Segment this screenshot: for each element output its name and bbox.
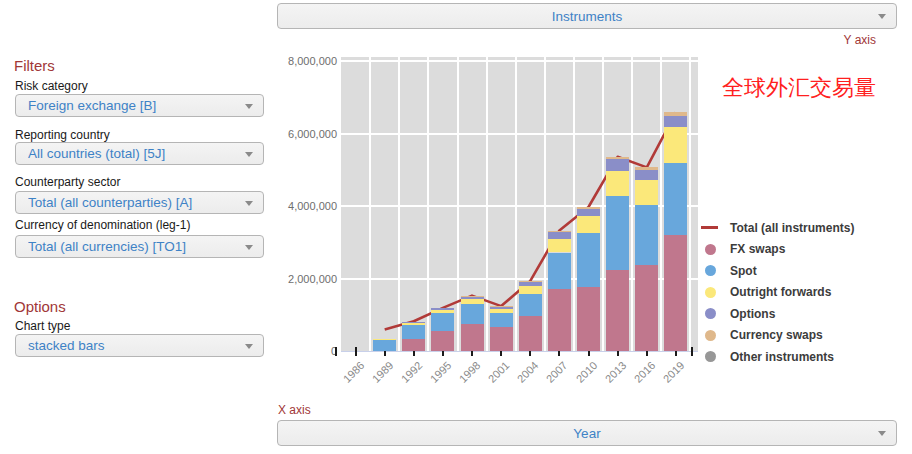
legend-label: Options bbox=[730, 307, 775, 321]
bar-segment-outright-forwards-2016 bbox=[635, 180, 658, 205]
bar-segment-outright-forwards-1989 bbox=[373, 339, 396, 340]
bar-segment-currency-swaps-2010 bbox=[577, 207, 600, 209]
bar-segment-spot-2010 bbox=[577, 233, 600, 287]
y-tick-label: 4,000,000 bbox=[230, 199, 337, 213]
bar-segment-fx-swaps-2001 bbox=[490, 327, 513, 351]
legend-label: Outright forwards bbox=[730, 285, 831, 299]
chevron-down-icon bbox=[878, 431, 886, 436]
currency-denomination-value: Total (all currencies) [TO1] bbox=[28, 236, 239, 257]
bar-segment-spot-2019 bbox=[664, 163, 687, 235]
bar-segment-spot-1998 bbox=[461, 304, 484, 325]
reporting-country-label: Reporting country bbox=[15, 128, 110, 142]
legend-dot-marker bbox=[705, 330, 716, 341]
bar-segment-options-1998 bbox=[461, 296, 484, 299]
chevron-down-icon bbox=[245, 245, 253, 250]
filters-heading: Filters bbox=[14, 57, 55, 74]
risk-category-label: Risk category bbox=[15, 79, 88, 93]
year-dropdown[interactable]: Year bbox=[277, 420, 897, 446]
currency-denomination-dropdown[interactable]: Total (all currencies) [TO1] bbox=[15, 235, 264, 258]
bar-segment-spot-2004 bbox=[519, 294, 542, 317]
bar-segment-options-2010 bbox=[577, 209, 600, 217]
x-tick bbox=[355, 347, 357, 356]
x-axis-label: X axis bbox=[278, 403, 311, 417]
legend-item-spot: Spot bbox=[701, 264, 854, 277]
bar-segment-fx-swaps-1992 bbox=[402, 339, 425, 351]
y-tick-label: 0 bbox=[230, 344, 337, 358]
instruments-dropdown-value: Instruments bbox=[302, 4, 872, 28]
bar-segment-outright-forwards-2007 bbox=[548, 239, 571, 252]
legend-item-other-instruments: Other instruments bbox=[701, 350, 854, 363]
y-tick-label: 2,000,000 bbox=[230, 272, 337, 286]
currency-denomination-label: Currency of denomination (leg-1) bbox=[15, 218, 190, 232]
bar-segment-fx-swaps-1995 bbox=[431, 331, 454, 351]
chevron-down-icon bbox=[245, 104, 253, 109]
legend-dot-marker bbox=[705, 308, 716, 319]
risk-category-value: Foreign exchange [B] bbox=[28, 95, 239, 116]
bar-segment-currency-swaps-2019 bbox=[664, 112, 687, 116]
bar-segment-options-2007 bbox=[548, 232, 571, 240]
legend-label: Currency swaps bbox=[730, 328, 823, 342]
bar-segment-fx-swaps-2013 bbox=[606, 270, 629, 351]
y-tick-label: 8,000,000 bbox=[230, 54, 337, 68]
bar-segment-fx-swaps-1998 bbox=[461, 324, 484, 351]
bar-segment-fx-swaps-2019 bbox=[664, 235, 687, 351]
legend-dot-marker bbox=[705, 351, 716, 362]
bar-segment-spot-2013 bbox=[606, 196, 629, 270]
legend-dot-marker bbox=[705, 265, 716, 276]
chart-title: 全球外汇交易量 bbox=[722, 73, 876, 103]
counterparty-sector-dropdown[interactable]: Total (all counterparties) [A] bbox=[15, 191, 264, 214]
counterparty-sector-label: Counterparty sector bbox=[15, 175, 120, 189]
chart-baseline bbox=[341, 351, 698, 352]
instruments-dropdown[interactable]: Instruments bbox=[277, 3, 897, 29]
bar-segment-options-2019 bbox=[664, 116, 687, 127]
bar-segment-currency-swaps-2004 bbox=[519, 281, 542, 282]
bar-segment-outright-forwards-2010 bbox=[577, 216, 600, 233]
bar-segment-options-2004 bbox=[519, 282, 542, 286]
bar-segment-fx-swaps-2016 bbox=[635, 265, 658, 351]
year-dropdown-value: Year bbox=[302, 421, 872, 445]
bar-segment-outright-forwards-2019 bbox=[664, 127, 687, 163]
bis-explorer-page: Instruments Y axis Filters Risk category… bbox=[0, 0, 912, 454]
bar-segment-outright-forwards-1995 bbox=[431, 310, 454, 314]
legend-item-total-all-instruments-: Total (all instruments) bbox=[701, 221, 854, 234]
bar-segment-spot-2001 bbox=[490, 313, 513, 327]
bar-segment-options-1995 bbox=[431, 308, 454, 310]
bar-segment-currency-swaps-2013 bbox=[606, 157, 629, 159]
chart-plot-area bbox=[341, 57, 698, 351]
y-tick-label: 6,000,000 bbox=[230, 127, 337, 141]
bar-segment-options-2013 bbox=[606, 159, 629, 171]
bar-segment-spot-1992 bbox=[402, 325, 425, 339]
bar-segment-fx-swaps-2010 bbox=[577, 287, 600, 351]
legend-item-outright-forwards: Outright forwards bbox=[701, 286, 854, 299]
chart-type-value: stacked bars bbox=[28, 335, 239, 356]
legend-label: FX swaps bbox=[730, 242, 785, 256]
reporting-country-dropdown[interactable]: All countries (total) [5J] bbox=[15, 142, 264, 165]
bar-segment-currency-swaps-2007 bbox=[548, 231, 571, 232]
options-heading: Options bbox=[14, 298, 66, 315]
y-axis-label: Y axis bbox=[844, 33, 876, 47]
bar-segment-spot-2007 bbox=[548, 253, 571, 289]
bar-segment-outright-forwards-2004 bbox=[519, 286, 542, 294]
chart-type-label: Chart type bbox=[15, 319, 70, 333]
legend-label: Total (all instruments) bbox=[730, 221, 854, 235]
bar-segment-options-2001 bbox=[490, 306, 513, 308]
x-tick bbox=[335, 347, 337, 356]
counterparty-sector-value: Total (all counterparties) [A] bbox=[28, 192, 239, 213]
legend-item-options: Options bbox=[701, 307, 854, 320]
legend-item-fx-swaps: FX swaps bbox=[701, 243, 854, 256]
legend-dot-marker bbox=[705, 244, 716, 255]
bar-segment-spot-1995 bbox=[431, 313, 454, 331]
chart-legend: Total (all instruments)FX swapsSpotOutri… bbox=[701, 221, 854, 372]
bar-segment-currency-swaps-2016 bbox=[635, 167, 658, 170]
x-tick bbox=[691, 347, 693, 356]
risk-category-dropdown[interactable]: Foreign exchange [B] bbox=[15, 94, 264, 117]
reporting-country-value: All countries (total) [5J] bbox=[28, 143, 239, 164]
bar-segment-outright-forwards-2013 bbox=[606, 171, 629, 196]
legend-item-currency-swaps: Currency swaps bbox=[701, 329, 854, 342]
bar-segment-outright-forwards-2001 bbox=[490, 309, 513, 314]
legend-line-marker bbox=[701, 226, 718, 229]
bar-segment-options-1992 bbox=[402, 322, 425, 323]
bar-segment-outright-forwards-1998 bbox=[461, 299, 484, 304]
chart-type-dropdown[interactable]: stacked bars bbox=[15, 334, 264, 357]
legend-label: Spot bbox=[730, 264, 757, 278]
